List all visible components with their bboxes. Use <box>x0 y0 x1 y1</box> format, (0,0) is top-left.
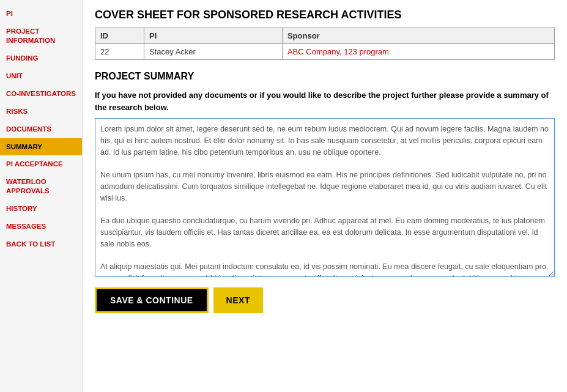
sidebar-item-funding[interactable]: FUNDING <box>0 50 82 67</box>
col-header-id: ID <box>95 28 144 44</box>
cell-pi: Stacey Acker <box>144 44 283 60</box>
sidebar-item-history[interactable]: HISTORY <box>0 200 82 218</box>
col-header-sponsor: Sponsor <box>282 28 554 44</box>
next-button[interactable]: NEXT <box>213 287 263 313</box>
sidebar-item-project-information[interactable]: PROJECT INFORMATION <box>0 23 82 50</box>
instructions-text: If you have not provided any documents o… <box>95 89 555 113</box>
sidebar-item-summary[interactable]: SUMMARY <box>0 138 82 156</box>
sidebar-item-pi-acceptance[interactable]: PI ACCEPTANCE <box>0 155 82 173</box>
save-continue-button[interactable]: SAVE & CONTINUE <box>95 287 209 313</box>
sidebar-item-unit[interactable]: UNIT <box>0 67 82 85</box>
col-header-pi: PI <box>144 28 283 44</box>
cell-sponsor: ABC Company, 123 program <box>282 44 554 60</box>
cover-table: ID PI Sponsor 22 Stacey Acker ABC Compan… <box>95 28 555 60</box>
sidebar-item-waterloo-approvals[interactable]: WATERLOO APPROVALS <box>0 173 82 200</box>
sidebar: PIPROJECT INFORMATIONFUNDINGUNITCO-INVES… <box>0 0 83 392</box>
cell-id: 22 <box>95 44 144 60</box>
sidebar-item-risks[interactable]: RISKS <box>0 103 82 120</box>
sidebar-item-pi[interactable]: PI <box>0 5 82 23</box>
summary-textarea[interactable] <box>95 118 555 277</box>
sidebar-item-messages[interactable]: MESSAGES <box>0 218 82 235</box>
sidebar-item-back-to-list[interactable]: BACK TO LIST <box>0 235 82 253</box>
table-row: 22 Stacey Acker ABC Company, 123 program <box>95 44 555 60</box>
section-title: PROJECT SUMMARY <box>95 71 555 82</box>
buttons-row: SAVE & CONTINUE NEXT <box>95 287 555 313</box>
main-content: COVER SHEET FOR SPONSORED RESEARCH ACTIV… <box>83 0 567 392</box>
page-title: COVER SHEET FOR SPONSORED RESEARCH ACTIV… <box>95 9 555 21</box>
sidebar-item-co-investigators[interactable]: CO-INVESTIGATORS <box>0 85 82 103</box>
sidebar-item-documents[interactable]: DOCUMENTS <box>0 120 82 138</box>
